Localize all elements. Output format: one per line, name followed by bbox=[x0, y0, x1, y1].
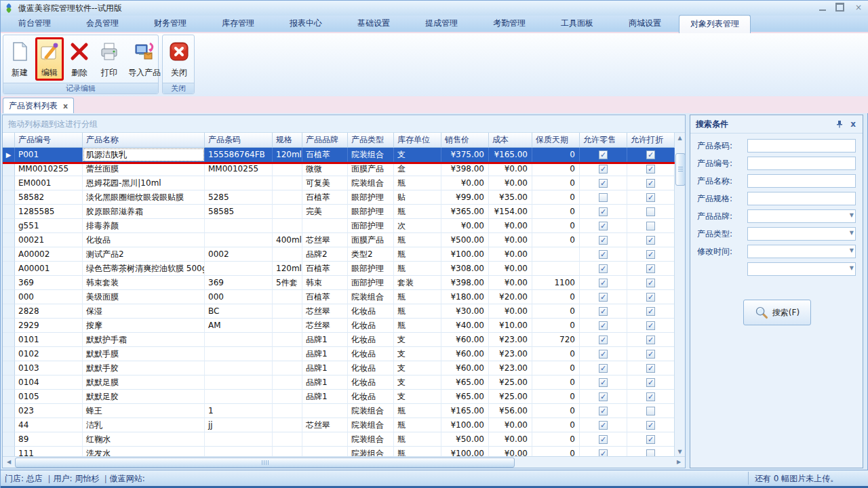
retail-checkbox[interactable]: ✓ bbox=[599, 207, 608, 216]
cell-spec[interactable] bbox=[273, 247, 302, 262]
cell-shelf[interactable] bbox=[532, 247, 580, 262]
row-indicator[interactable] bbox=[3, 219, 15, 233]
cell-spec[interactable] bbox=[273, 361, 302, 375]
row-indicator[interactable] bbox=[3, 162, 15, 176]
cell-cost[interactable]: ¥0.00 bbox=[489, 176, 532, 190]
cell-brand[interactable]: 品牌1 bbox=[302, 361, 348, 375]
cell-price[interactable]: ¥65.00 bbox=[441, 390, 489, 404]
retail-checkbox[interactable]: ✓ bbox=[599, 179, 608, 188]
close-tab-button[interactable]: 关闭 bbox=[165, 37, 193, 81]
column-header-discount[interactable]: 允许打折 bbox=[627, 133, 675, 148]
menu-tab-3[interactable]: 财务管理 bbox=[136, 15, 204, 32]
row-indicator[interactable] bbox=[3, 319, 15, 333]
cell-retail[interactable]: ✓ bbox=[580, 319, 627, 333]
cell-cost[interactable]: ¥0.00 bbox=[489, 276, 532, 290]
cell-shelf[interactable]: 0 bbox=[532, 375, 580, 390]
column-header-retail[interactable]: 允许零售 bbox=[580, 133, 627, 148]
table-row[interactable]: 2929按摩AM芯丝翠化妆品瓶¥40.00¥10.000✓✓ bbox=[3, 319, 675, 333]
table-row[interactable]: 369韩束套装3695件套韩束面部护理套装¥398.00¥0.001100✓✓ bbox=[3, 276, 675, 290]
row-indicator[interactable] bbox=[3, 176, 15, 190]
table-row[interactable]: A00001绿色芭蒂茶树清爽控油软膜 500g120ml百植萃眼部护理瓶¥308… bbox=[3, 262, 675, 276]
cell-brand[interactable]: 品牌1 bbox=[302, 347, 348, 361]
discount-checkbox[interactable]: ✓ bbox=[646, 150, 655, 159]
restore-button[interactable] bbox=[835, 3, 844, 12]
tab-close-icon[interactable]: x bbox=[63, 102, 68, 110]
table-row[interactable]: g551排毒养颜面部护理次¥0.00¥0.000✓ bbox=[3, 219, 675, 233]
cell-code[interactable]: 023 bbox=[15, 404, 83, 418]
cell-shelf[interactable]: 0 bbox=[532, 176, 580, 190]
vertical-scroll-thumb[interactable] bbox=[675, 153, 686, 186]
cell-shelf[interactable]: 0 bbox=[532, 319, 580, 333]
cell-retail[interactable]: ✓ bbox=[580, 276, 627, 290]
cell-barcode[interactable]: 1 bbox=[205, 404, 273, 418]
cell-spec[interactable] bbox=[273, 205, 302, 219]
cell-type[interactable]: 面部护理 bbox=[348, 219, 394, 233]
retail-checkbox[interactable]: ✓ bbox=[599, 336, 608, 344]
cell-name[interactable]: 洁乳 bbox=[83, 418, 205, 432]
cell-unit[interactable]: 支 bbox=[394, 148, 441, 162]
column-header-type[interactable]: 产品类型 bbox=[348, 133, 394, 148]
cell-cost[interactable]: ¥0.00 bbox=[489, 162, 532, 176]
cell-brand[interactable]: 可复美 bbox=[302, 176, 348, 190]
cell-retail[interactable] bbox=[580, 190, 627, 205]
table-row[interactable]: MM0010255蕾丝面膜MM0010255微微面膜产品盒¥398.00¥0.0… bbox=[3, 162, 675, 176]
cell-cost[interactable]: ¥0.00 bbox=[489, 219, 532, 233]
cell-retail[interactable]: ✓ bbox=[580, 333, 627, 347]
cell-unit[interactable]: 瓶 bbox=[394, 319, 441, 333]
table-row[interactable]: EM0001恩姆花园-黑川|10ml可复美院装组合瓶¥0.00¥0.000✓✓ bbox=[3, 176, 675, 190]
cell-brand[interactable]: 百植萃 bbox=[302, 190, 348, 205]
cell-price[interactable]: ¥398.00 bbox=[441, 276, 489, 290]
retail-checkbox[interactable]: ✓ bbox=[599, 321, 608, 330]
row-indicator[interactable] bbox=[3, 361, 15, 375]
horizontal-scrollbar[interactable]: ◀ ▶ bbox=[3, 456, 685, 468]
cell-spec[interactable] bbox=[273, 319, 302, 333]
menu-tab-2[interactable]: 会员管理 bbox=[68, 15, 136, 32]
table-row[interactable]: 00021化妆品400ml芯丝翠面膜产品瓶¥500.00¥0.000✓✓ bbox=[3, 233, 675, 247]
cell-brand[interactable]: 芯丝翠 bbox=[302, 418, 348, 432]
column-header-brand[interactable]: 产品品牌 bbox=[302, 133, 348, 148]
column-header-unit[interactable]: 库存单位 bbox=[394, 133, 441, 148]
cell-shelf[interactable]: 0 bbox=[532, 190, 580, 205]
menu-tab-6[interactable]: 基础设置 bbox=[340, 15, 408, 32]
column-header-cost[interactable]: 成本 bbox=[489, 133, 532, 148]
cell-cost[interactable]: ¥20.00 bbox=[489, 290, 532, 304]
print-button[interactable]: 打印 bbox=[95, 37, 123, 81]
retail-checkbox[interactable]: ✓ bbox=[599, 421, 608, 430]
cell-code[interactable]: 58582 bbox=[15, 190, 83, 205]
cell-name[interactable]: 排毒养颜 bbox=[83, 219, 205, 233]
table-row[interactable]: 44洁乳jj芯丝翠院装组合瓶¥100.00¥0.000✓✓ bbox=[3, 418, 675, 432]
cell-retail[interactable]: ✓ bbox=[580, 304, 627, 319]
retail-checkbox[interactable]: ✓ bbox=[599, 392, 608, 401]
cell-code[interactable]: 89 bbox=[15, 432, 83, 447]
cell-unit[interactable]: 支 bbox=[394, 333, 441, 347]
cell-code[interactable]: 0102 bbox=[15, 347, 83, 361]
cell-retail[interactable]: ✓ bbox=[580, 361, 627, 375]
cell-cost[interactable]: ¥0.00 bbox=[489, 262, 532, 276]
retail-checkbox[interactable]: ✓ bbox=[599, 165, 608, 174]
cell-retail[interactable]: ✓ bbox=[580, 148, 627, 162]
cell-retail[interactable]: ✓ bbox=[580, 262, 627, 276]
cell-cost[interactable]: ¥23.00 bbox=[489, 333, 532, 347]
table-row[interactable]: 89红鞠水院装组合瓶¥50.00¥0.000✓✓ bbox=[3, 432, 675, 447]
cell-brand[interactable]: 芯丝翠 bbox=[302, 233, 348, 247]
cell-barcode[interactable] bbox=[205, 375, 273, 390]
discount-checkbox[interactable]: ✓ bbox=[646, 307, 655, 316]
retail-checkbox[interactable]: ✓ bbox=[599, 264, 608, 273]
cell-code[interactable]: 00021 bbox=[15, 233, 83, 247]
cell-brand[interactable] bbox=[302, 219, 348, 233]
cell-price[interactable]: ¥30.00 bbox=[441, 304, 489, 319]
panel-close-icon[interactable]: x bbox=[850, 119, 856, 129]
table-row[interactable]: ▶P001肌源洁肤乳155586764FB120ml百植萃院装组合支¥375.0… bbox=[3, 148, 675, 162]
search-code-input[interactable] bbox=[747, 157, 856, 170]
cell-name[interactable]: 蕾丝面膜 bbox=[83, 162, 205, 176]
cell-name[interactable]: 韩束套装 bbox=[83, 276, 205, 290]
cell-type[interactable]: 面膜产品 bbox=[348, 233, 394, 247]
cell-brand[interactable]: 完美 bbox=[302, 205, 348, 219]
cell-price[interactable]: ¥165.00 bbox=[441, 404, 489, 418]
cell-retail[interactable]: ✓ bbox=[580, 432, 627, 447]
row-indicator[interactable] bbox=[3, 390, 15, 404]
cell-discount[interactable]: ✓ bbox=[627, 176, 675, 190]
retail-checkbox[interactable]: ✓ bbox=[599, 364, 608, 373]
cell-type[interactable]: 面部护理 bbox=[348, 276, 394, 290]
cell-discount[interactable]: ✓ bbox=[627, 233, 675, 247]
